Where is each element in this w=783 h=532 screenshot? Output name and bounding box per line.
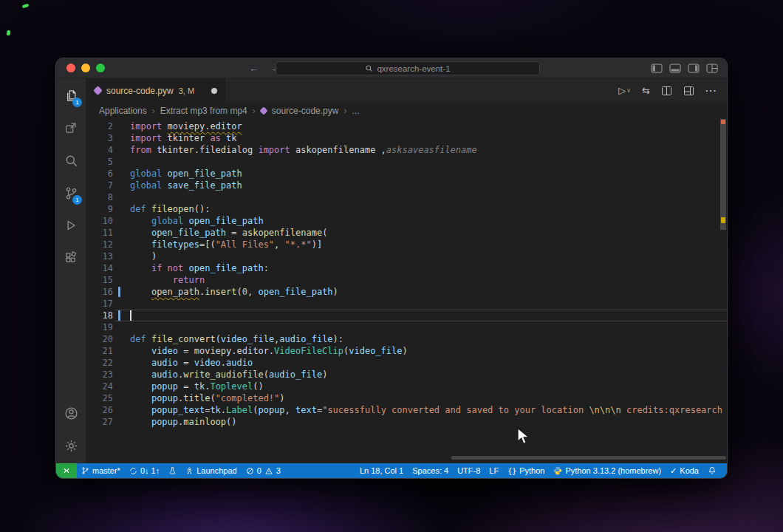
code-line-20[interactable]: 20def file_convert(video_file,audio_file… [86,333,727,345]
line-number[interactable]: 2 [86,120,113,132]
code-line-6[interactable]: 6global open_file_path [86,168,727,180]
gutter[interactable] [113,132,130,144]
code-line-11[interactable]: 11 open_file_path = askopenfilename( [86,227,727,239]
gutter[interactable] [113,381,130,392]
cursor-position-status[interactable]: Ln 18, Col 1 [355,463,408,478]
line-number[interactable]: 15 [86,274,113,286]
close-window-button[interactable] [66,64,75,72]
toggle-sidebar-left-icon[interactable] [651,64,663,73]
indentation-status[interactable]: Spaces: 4 [408,463,453,478]
gutter[interactable] [113,227,130,239]
gutter[interactable] [113,262,130,274]
gutter[interactable] [113,144,130,156]
code-line-7[interactable]: 7global save_file_path [86,180,727,191]
horizontal-scrollbar[interactable] [451,456,726,460]
extensions-activity-button[interactable] [61,248,81,268]
gutter[interactable] [113,239,130,250]
breadcrumb-item-symbol[interactable]: ... [352,106,359,116]
editor-layout-button[interactable] [683,86,694,96]
line-number[interactable]: 17 [86,298,113,310]
code-line-19[interactable]: 19 [86,321,727,333]
breadcrumb-item-applications[interactable]: Applications [99,106,147,116]
gutter[interactable] [113,203,130,215]
gutter[interactable] [113,191,130,203]
gutter[interactable] [113,298,130,310]
line-number[interactable]: 3 [86,132,113,144]
toggle-panel-icon[interactable] [669,64,681,73]
line-number[interactable]: 23 [86,369,113,381]
gutter[interactable] [113,345,130,357]
gutter[interactable] [113,404,130,416]
code-line-14[interactable]: 14 if not open_file_path: [86,262,727,274]
line-number[interactable]: 22 [86,357,113,369]
code-line-21[interactable]: 21 video = moviepy.editor.VideoFileClip(… [86,345,727,357]
line-number[interactable]: 19 [86,321,113,333]
gutter[interactable] [113,250,130,262]
code-line-23[interactable]: 23 audio.write_audiofile(audio_file) [86,369,727,381]
gutter[interactable] [113,215,130,227]
customize-layout-icon[interactable] [706,64,718,73]
test-beaker-status[interactable] [164,463,181,478]
gutter[interactable] [113,392,130,404]
eol-status[interactable]: LF [485,463,503,478]
settings-button[interactable] [61,435,81,456]
line-number[interactable]: 27 [86,416,113,428]
run-debug-activity-button[interactable] [61,215,81,236]
code-line-8[interactable]: 8 [86,191,727,203]
more-actions-button[interactable]: ··· [705,85,717,96]
code-line-22[interactable]: 22 audio = video.audio [86,357,727,369]
code-line-16[interactable]: 16 open_path.insert(0, open_file_path) [86,286,727,298]
code-line-18[interactable]: 18 [86,310,727,321]
accounts-button[interactable] [61,403,81,423]
line-number[interactable]: 24 [86,381,113,392]
git-sync-status[interactable]: 0↓ 1↑ [125,463,164,478]
koda-status[interactable]: ✓ Koda [666,463,703,478]
breadcrumb-item-file[interactable]: source-code.pyw [272,106,339,116]
problems-status[interactable]: 0 3 [242,463,285,478]
code-line-4[interactable]: 4from tkinter.filedialog import askopenf… [86,144,727,156]
launchpad-status[interactable]: Launchpad [181,463,241,478]
gutter[interactable] [113,333,130,345]
code-line-13[interactable]: 13 ) [86,250,727,262]
vertical-scrollbar[interactable] [720,119,726,230]
code-line-10[interactable]: 10 global open_file_path [86,215,727,227]
code-line-2[interactable]: 2import moviepy.editor [86,120,727,132]
notifications-button[interactable] [703,463,721,478]
gutter[interactable] [113,286,130,298]
code-line-24[interactable]: 24 popup = tk.Toplevel() [86,381,727,392]
breadcrumb-item-folder[interactable]: Extract mp3 from mp4 [160,106,247,116]
command-center-search[interactable]: qxresearch-event-1 [276,61,540,75]
line-number[interactable]: 14 [86,262,113,274]
open-changes-button[interactable]: ⇆ [642,85,650,96]
line-number[interactable]: 12 [86,239,113,250]
code-line-25[interactable]: 25 popup.title("completed!") [86,392,727,404]
line-number[interactable]: 20 [86,333,113,345]
git-branch-status[interactable]: master* [77,463,125,478]
line-number[interactable]: 18 [86,310,113,321]
zoom-window-button[interactable] [96,64,105,72]
code-line-15[interactable]: 15 return [86,274,727,286]
line-number[interactable]: 9 [86,203,113,215]
line-number[interactable]: 8 [86,191,113,203]
code-line-27[interactable]: 27 popup.mainloop() [86,416,727,428]
gutter[interactable] [113,416,130,428]
gutter[interactable] [113,274,130,286]
explorer-activity-button[interactable]: 1 [61,85,81,106]
gutter[interactable] [113,156,130,168]
code-line-12[interactable]: 12 filetypes=[("All Files", "*.*")] [86,239,727,250]
remote-explorer-activity-button[interactable] [61,117,81,138]
line-number[interactable]: 7 [86,180,113,191]
source-control-activity-button[interactable]: 1 [61,183,81,203]
code-line-9[interactable]: 9def fileopen(): [86,203,727,215]
python-interpreter-status[interactable]: Python 3.13.2 (homebrew) [549,463,666,478]
tab-source-code-pyw[interactable]: source-code.pyw 3, M [86,78,227,103]
toggle-sidebar-right-icon[interactable] [688,64,700,73]
unsaved-dot-icon[interactable] [211,88,217,94]
code-line-17[interactable]: 17 [86,298,727,310]
encoding-status[interactable]: UTF-8 [453,463,485,478]
line-number[interactable]: 5 [86,156,113,168]
code-editor[interactable]: 2import moviepy.editor3import tkinter as… [86,119,727,463]
gutter[interactable] [113,310,130,321]
line-number[interactable]: 11 [86,227,113,239]
gutter[interactable] [113,180,130,191]
